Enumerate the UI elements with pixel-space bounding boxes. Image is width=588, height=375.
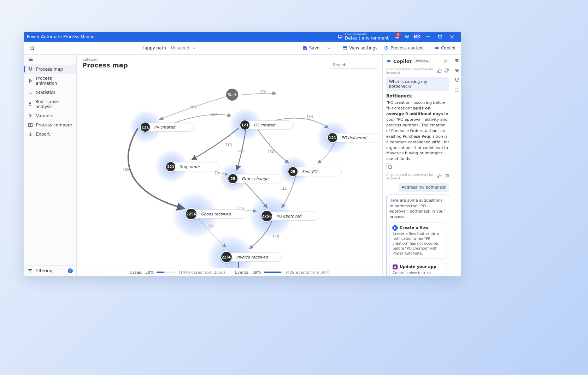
filter-label: Filtering (35, 268, 52, 273)
view-settings-button[interactable]: View settings (340, 44, 380, 52)
export-icon (28, 132, 33, 137)
rail-branch[interactable] (454, 77, 460, 83)
rail-sliders[interactable] (454, 58, 460, 63)
environment-picker[interactable]: Environments Default environment (338, 33, 389, 41)
edge-label: 391 (190, 105, 196, 109)
edge-label: 154 (211, 113, 218, 117)
node-label: Goods received (197, 212, 236, 216)
rail-eye[interactable] (454, 67, 460, 73)
save-button[interactable]: Save (300, 44, 322, 52)
sidebar-item-label: Statistics (36, 90, 55, 95)
sidebar-item-variants[interactable]: Variants (24, 111, 76, 120)
preview-badge: Preview (414, 59, 430, 63)
ai-note: AI-generated content may be incorrect (386, 173, 435, 180)
list-icon (454, 88, 459, 93)
close-icon (449, 34, 454, 39)
notification-badge: 9 (395, 33, 401, 37)
right-rail (453, 55, 461, 276)
suggestions-card: Here are some suggestions to address the… (386, 195, 449, 276)
node-invoice-received[interactable]: 2256 Invoice received (221, 252, 282, 262)
home-icon (30, 46, 35, 50)
save-dropdown[interactable] (323, 42, 335, 54)
minimize-button[interactable] (422, 32, 434, 42)
thumbs-down-icon (444, 174, 449, 179)
thumbs-down[interactable] (444, 174, 449, 179)
environment-icon (338, 34, 343, 39)
cases-note: (1440 cases from 2850) (178, 270, 225, 275)
account-button[interactable]: MK (412, 32, 422, 42)
ai-heading: Bottleneck (386, 94, 449, 99)
sidebar-toggle[interactable] (27, 55, 35, 63)
notifications-button[interactable]: 9 (392, 32, 402, 42)
node-po-approved[interactable]: 2256 PO approved (261, 212, 318, 221)
eye-icon (454, 68, 459, 73)
copy-icon (387, 164, 392, 169)
svg-point-1 (406, 36, 408, 37)
suggestion-update-app[interactable]: ◆Update your app Create a view to track … (389, 262, 446, 276)
sidebar-item-process-map[interactable]: Process map (24, 65, 76, 74)
node-order-change[interactable]: 25 Order change (228, 174, 282, 183)
ai-message: Bottleneck "PO creation" occurring befor… (386, 94, 449, 170)
suggestion-create-flow[interactable]: ▶Create a flow Create a flow that sends … (389, 222, 446, 259)
node-count: 121 (165, 161, 176, 172)
thumbs-down[interactable] (444, 68, 449, 74)
view-icon (342, 46, 347, 50)
sidebar-item-process-compare[interactable]: Process compare (24, 120, 76, 130)
svg-rect-3 (343, 47, 347, 49)
node-count: 2256 (261, 210, 273, 222)
node-count: 121 (327, 132, 338, 143)
copy-button[interactable] (386, 163, 393, 170)
avatar: MK (413, 33, 421, 41)
copilot-icon (386, 59, 391, 64)
events-pct: 89% (252, 270, 261, 275)
edge-label: 391 (207, 224, 214, 228)
edge-label: 186 (123, 168, 129, 172)
close-button[interactable] (446, 32, 458, 42)
node-sent-po[interactable]: 25 Sent PO (288, 167, 342, 176)
process-canvas[interactable]: 391 391 154 154 110 110 154 18 186 145 1… (77, 69, 382, 268)
doc-state: · Unsaved (168, 46, 189, 50)
home-button[interactable] (26, 42, 38, 54)
footer-stats: Cases: 38% (1440 cases from 2850) Events… (77, 268, 382, 276)
sidebar-item-statistics[interactable]: Statistics (24, 88, 76, 97)
doc-name: Happy path (141, 46, 166, 50)
maximize-button[interactable] (434, 32, 446, 42)
svg-rect-12 (31, 124, 32, 127)
filtering-button[interactable]: Filtering 0 (24, 265, 76, 276)
node-label: PO approved (273, 214, 306, 219)
document-title[interactable]: Happy path · Unsaved (38, 46, 300, 50)
search-input[interactable] (332, 62, 387, 68)
play-icon (28, 78, 33, 83)
filter-count: 0 (68, 268, 73, 273)
node-po-delivered[interactable]: 121 PO delivered (328, 133, 381, 142)
svg-point-17 (457, 70, 458, 71)
sidebar-item-process-animation[interactable]: Process animation (24, 74, 76, 88)
node-pr-created[interactable]: 121 PR created (140, 123, 194, 132)
rootcause-icon (28, 102, 33, 107)
sidebar-item-label: Process map (36, 67, 63, 72)
sidebar-item-root-cause[interactable]: Root cause analysis (24, 97, 76, 111)
node-goods-received[interactable]: 2256 Goods received (186, 209, 246, 219)
node-po-created[interactable]: 121 PO created (240, 120, 294, 130)
sidebar-item-label: Process compare (36, 123, 72, 127)
node-label: PR created (151, 125, 180, 130)
node-label: PO created (250, 123, 280, 127)
start-node[interactable]: Start (226, 89, 238, 101)
thumbs-down-icon (444, 68, 449, 73)
edge-label: 145 (272, 235, 279, 239)
node-stop-order[interactable]: 121 Stop order (166, 162, 219, 171)
page-title: Process map (82, 61, 128, 69)
node-count: 121 (140, 122, 151, 132)
edge-label: 144 (280, 187, 287, 191)
copilot-toggle[interactable]: Copilot (431, 44, 459, 52)
search-field[interactable] (329, 61, 377, 69)
process-context-button[interactable]: Process context (381, 44, 427, 52)
thumbs-up[interactable] (437, 174, 442, 179)
copilot-close[interactable] (442, 58, 449, 65)
stats-icon (28, 90, 33, 95)
sidebar-item-export[interactable]: Export (24, 130, 76, 139)
svg-point-15 (388, 60, 390, 63)
thumbs-up[interactable] (437, 68, 442, 74)
settings-button[interactable] (402, 32, 412, 42)
rail-list[interactable] (454, 87, 460, 93)
